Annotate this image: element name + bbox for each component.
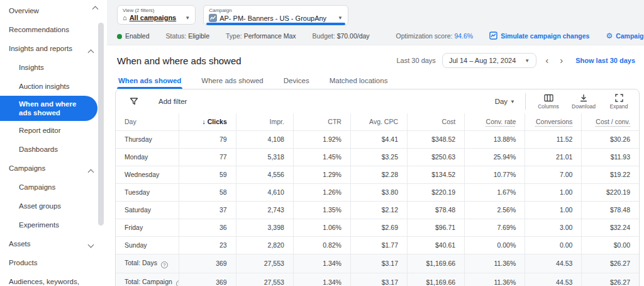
sidebar-item-campaigns[interactable]: Campaigns	[0, 178, 107, 197]
filter-funnel-icon[interactable]	[126, 97, 142, 106]
metric-cell: 79	[179, 131, 236, 149]
chevron-up-icon	[88, 50, 94, 56]
sidebar-item-assets[interactable]: Assets	[0, 234, 107, 253]
sidebar-item-campaigns[interactable]: Campaigns	[0, 159, 107, 178]
sidebar-item-experiments[interactable]: Experiments	[0, 215, 107, 234]
chevron-down-icon: ▼	[525, 58, 530, 64]
view-selector[interactable]: View (2 filters) ⌂ All campaigns ▼	[117, 5, 196, 25]
sidebar-item-insights[interactable]: Insights	[0, 58, 107, 77]
metric-cell: $2.12	[350, 202, 407, 219]
metric-cell: 27,553	[236, 255, 293, 273]
sidebar-item-recommendations[interactable]: Recommendations	[0, 20, 107, 39]
top-strip: View (2 filters) ⌂ All campaigns ▼ Campa…	[107, 0, 644, 45]
metric-cell: 23	[179, 237, 236, 255]
column-header-cost[interactable]: Cost	[408, 113, 465, 131]
metric-cell: 1.00	[525, 184, 582, 202]
sidebar-scrollbar[interactable]	[98, 23, 104, 226]
columns-button[interactable]: Columns	[536, 94, 561, 110]
column-header-impr[interactable]: Impr.	[236, 113, 293, 131]
view-selector-value: All campaigns	[130, 14, 177, 21]
column-header-label: Avg. CPC	[369, 118, 398, 125]
download-button[interactable]: Download	[571, 94, 596, 110]
date-range-picker[interactable]: Jul 14 – Aug 12, 2024 ▼	[442, 53, 536, 68]
sidebar-item-audiences-keywords-and-content[interactable]: Audiences, keywords, and content	[0, 272, 107, 286]
sidebar-item-label: Assets	[9, 239, 31, 248]
column-header-ctr[interactable]: CTR	[293, 113, 350, 131]
sidebar-item-report-editor[interactable]: Report editor	[0, 121, 107, 140]
metric-cell: $11.93	[582, 149, 639, 166]
sidebar-nav: OverviewRecommendationsInsights and repo…	[0, 1, 107, 286]
sidebar-item-asset-groups[interactable]: Asset groups	[0, 197, 107, 215]
simulate-campaign-changes-link[interactable]: Simulate campaign changes	[489, 31, 589, 40]
column-header-avg-cpc[interactable]: Avg. CPC	[350, 113, 407, 131]
metric-cell: $78.48	[408, 202, 465, 219]
metric-cell: 59	[179, 166, 236, 184]
column-header-cost-conv[interactable]: Cost / conv.	[582, 113, 639, 131]
campaign-selector[interactable]: Campaign AP- PM- Banners - US - GroupAny…	[203, 5, 348, 25]
metric-cell: $2.28	[350, 166, 407, 184]
column-header-label: Clicks	[208, 118, 227, 125]
column-header-conversions[interactable]: Conversions	[525, 113, 582, 131]
date-prev-icon[interactable]: ‹	[543, 56, 551, 65]
sidebar-item-auction-insights[interactable]: Auction insights	[0, 77, 107, 96]
metric-cell: 4,610	[236, 184, 293, 202]
metric-cell: 44.53	[525, 255, 582, 273]
metric-cell: 1.06%	[293, 219, 350, 237]
sidebar-item-label: Insights	[19, 63, 44, 72]
tab-devices[interactable]: Devices	[282, 74, 311, 89]
sidebar-item-insights-and-reports[interactable]: Insights and reports	[0, 39, 107, 58]
metric-cell: $96.71	[408, 219, 465, 237]
day-cell: Wednesday	[116, 166, 179, 184]
sidebar-item-label: Audiences, keywords, and content	[9, 277, 91, 286]
sidebar-item-products[interactable]: Products	[0, 253, 107, 272]
column-header-clicks[interactable]: ↓ Clicks	[179, 113, 236, 131]
sidebar-item-label: Campaigns	[9, 164, 45, 173]
column-header-label: CTR	[328, 118, 341, 125]
metric-cell: 37	[179, 202, 236, 219]
metric-cell: $2.69	[350, 219, 407, 237]
metric-cell: $26.27	[582, 255, 639, 273]
tab-matched-locations[interactable]: Matched locations	[328, 74, 389, 89]
metric-cell: 1.92%	[293, 131, 350, 149]
date-next-icon[interactable]: ›	[557, 56, 565, 65]
show-last-30-days-link[interactable]: Show last 30 days	[575, 57, 635, 64]
column-header-day[interactable]: Day	[116, 113, 179, 131]
sidebar-item-label: Overview	[9, 6, 39, 15]
help-icon[interactable]: ?	[161, 261, 168, 268]
metric-cell: 3.00	[525, 219, 582, 237]
metric-cell: 36	[179, 219, 236, 237]
sidebar-item-label: Dashboards	[19, 145, 58, 154]
day-cell: Sunday	[116, 237, 179, 255]
metric-cell: 369	[179, 273, 236, 286]
sidebar-item-dashboards[interactable]: Dashboards	[0, 140, 107, 159]
table-toolbar: Add filter Day▼ Columns Download Expand	[116, 89, 639, 113]
chevron-down-icon: ▼	[185, 15, 190, 21]
help-icon[interactable]: ?	[176, 280, 179, 286]
tab-when-ads-showed[interactable]: When ads showed	[117, 74, 182, 89]
status-type: Type: Performance Max	[226, 32, 296, 40]
segment-day-dropdown[interactable]: Day▼	[495, 98, 515, 105]
total-row: Total: Days?36927,5531.34%$3.17$1,169.66…	[116, 255, 639, 273]
sidebar-item-label: Products	[9, 258, 37, 267]
metric-cell: 58	[179, 184, 236, 202]
sidebar-item-label: Insights and reports	[9, 44, 72, 53]
metric-cell: $3.17	[350, 273, 407, 286]
column-header-conv-rate[interactable]: Conv. rate	[465, 113, 525, 131]
metric-cell: $78.48	[582, 202, 639, 219]
metric-cell: 4,108	[236, 131, 293, 149]
sidebar-item-label: Report editor	[19, 126, 60, 135]
table-row: Friday363,3981.06%$2.69$96.717.69%3.00$3…	[116, 219, 639, 237]
expand-button[interactable]: Expand	[606, 94, 631, 110]
day-cell: Monday	[116, 149, 179, 166]
expand-icon	[615, 94, 623, 102]
metric-cell: 2,743	[236, 202, 293, 219]
metric-cell: $4.41	[350, 131, 407, 149]
optimization-score: Optimization score: 94.6%	[396, 32, 474, 40]
sidebar-item-when-and-where-ads-showed[interactable]: When and where ads showed	[0, 96, 97, 121]
add-filter-button[interactable]: Add filter	[158, 98, 187, 105]
tab-where-ads-showed[interactable]: Where ads showed	[200, 74, 264, 89]
simulate-chart-icon	[489, 31, 497, 40]
metric-cell: 5,318	[236, 149, 293, 166]
sidebar-item-overview[interactable]: Overview	[0, 1, 107, 20]
campaign-settings-link[interactable]: ⚙ Campaign settings	[606, 32, 644, 40]
